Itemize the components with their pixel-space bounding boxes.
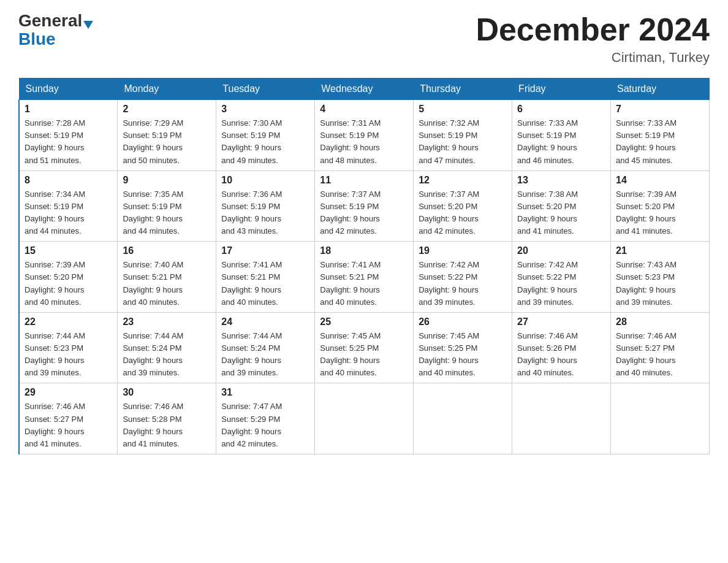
day-number: 25 — [320, 316, 408, 327]
day-info: Sunrise: 7:34 AM Sunset: 5:19 PM Dayligh… — [25, 188, 112, 238]
month-title: December 2024 — [476, 12, 710, 47]
calendar-header-row: Sunday Monday Tuesday Wednesday Thursday… — [19, 79, 710, 100]
table-row: 2 Sunrise: 7:29 AM Sunset: 5:19 PM Dayli… — [118, 100, 216, 171]
table-row: 31 Sunrise: 7:47 AM Sunset: 5:29 PM Dayl… — [216, 383, 315, 454]
table-row — [315, 383, 414, 454]
calendar-week-row: 1 Sunrise: 7:28 AM Sunset: 5:19 PM Dayli… — [19, 100, 710, 171]
day-info: Sunrise: 7:45 AM Sunset: 5:25 PM Dayligh… — [320, 330, 408, 380]
header-saturday: Saturday — [611, 79, 710, 100]
header-sunday: Sunday — [19, 79, 118, 100]
day-number: 15 — [25, 245, 112, 256]
day-info: Sunrise: 7:39 AM Sunset: 5:20 PM Dayligh… — [616, 188, 704, 238]
calendar-week-row: 29 Sunrise: 7:46 AM Sunset: 5:27 PM Dayl… — [19, 383, 710, 454]
day-number: 21 — [616, 245, 704, 256]
calendar-week-row: 22 Sunrise: 7:44 AM Sunset: 5:23 PM Dayl… — [19, 312, 710, 383]
day-info: Sunrise: 7:38 AM Sunset: 5:20 PM Dayligh… — [517, 188, 605, 238]
table-row: 15 Sunrise: 7:39 AM Sunset: 5:20 PM Dayl… — [19, 242, 118, 313]
table-row: 22 Sunrise: 7:44 AM Sunset: 5:23 PM Dayl… — [19, 312, 118, 383]
table-row: 25 Sunrise: 7:45 AM Sunset: 5:25 PM Dayl… — [315, 312, 414, 383]
day-info: Sunrise: 7:42 AM Sunset: 5:22 PM Dayligh… — [517, 259, 605, 308]
table-row: 23 Sunrise: 7:44 AM Sunset: 5:24 PM Dayl… — [118, 312, 216, 383]
calendar-week-row: 8 Sunrise: 7:34 AM Sunset: 5:19 PM Dayli… — [19, 170, 710, 242]
table-row: 13 Sunrise: 7:38 AM Sunset: 5:20 PM Dayl… — [512, 170, 611, 242]
table-row: 9 Sunrise: 7:35 AM Sunset: 5:19 PM Dayli… — [118, 170, 216, 242]
day-number: 22 — [25, 316, 112, 327]
day-number: 11 — [320, 175, 408, 186]
page-header: General Blue December 2024 Cirtiman, Tur… — [18, 12, 710, 66]
day-number: 13 — [517, 175, 605, 186]
day-info: Sunrise: 7:35 AM Sunset: 5:19 PM Dayligh… — [123, 188, 211, 238]
table-row: 21 Sunrise: 7:43 AM Sunset: 5:23 PM Dayl… — [611, 242, 710, 313]
header-monday: Monday — [118, 79, 216, 100]
day-info: Sunrise: 7:45 AM Sunset: 5:25 PM Dayligh… — [419, 330, 507, 380]
header-tuesday: Tuesday — [216, 79, 315, 100]
table-row — [414, 383, 512, 454]
day-number: 5 — [419, 104, 507, 115]
table-row: 5 Sunrise: 7:32 AM Sunset: 5:19 PM Dayli… — [414, 100, 512, 171]
day-number: 14 — [616, 175, 704, 186]
title-block: December 2024 Cirtiman, Turkey — [476, 12, 710, 66]
header-thursday: Thursday — [414, 79, 512, 100]
table-row: 28 Sunrise: 7:46 AM Sunset: 5:27 PM Dayl… — [611, 312, 710, 383]
day-info: Sunrise: 7:40 AM Sunset: 5:21 PM Dayligh… — [123, 259, 211, 308]
table-row: 16 Sunrise: 7:40 AM Sunset: 5:21 PM Dayl… — [118, 242, 216, 313]
day-info: Sunrise: 7:43 AM Sunset: 5:23 PM Dayligh… — [616, 259, 704, 308]
logo-blue: Blue — [18, 31, 56, 48]
table-row: 1 Sunrise: 7:28 AM Sunset: 5:19 PM Dayli… — [19, 100, 118, 171]
day-number: 16 — [123, 245, 211, 256]
day-number: 26 — [419, 316, 507, 327]
day-number: 27 — [517, 316, 605, 327]
day-number: 12 — [419, 175, 507, 186]
logo-general: General — [18, 11, 82, 30]
day-info: Sunrise: 7:31 AM Sunset: 5:19 PM Dayligh… — [320, 117, 408, 167]
day-info: Sunrise: 7:32 AM Sunset: 5:19 PM Dayligh… — [419, 117, 507, 167]
day-info: Sunrise: 7:46 AM Sunset: 5:26 PM Dayligh… — [517, 330, 605, 380]
table-row: 29 Sunrise: 7:46 AM Sunset: 5:27 PM Dayl… — [19, 383, 118, 454]
day-number: 18 — [320, 245, 408, 256]
day-info: Sunrise: 7:33 AM Sunset: 5:19 PM Dayligh… — [616, 117, 704, 167]
day-number: 17 — [221, 245, 309, 256]
day-info: Sunrise: 7:33 AM Sunset: 5:19 PM Dayligh… — [517, 117, 605, 167]
table-row: 27 Sunrise: 7:46 AM Sunset: 5:26 PM Dayl… — [512, 312, 611, 383]
day-info: Sunrise: 7:46 AM Sunset: 5:27 PM Dayligh… — [25, 400, 112, 450]
table-row: 17 Sunrise: 7:41 AM Sunset: 5:21 PM Dayl… — [216, 242, 315, 313]
day-number: 23 — [123, 316, 211, 327]
day-info: Sunrise: 7:30 AM Sunset: 5:19 PM Dayligh… — [221, 117, 309, 167]
calendar-table: Sunday Monday Tuesday Wednesday Thursday… — [18, 78, 710, 454]
table-row: 18 Sunrise: 7:41 AM Sunset: 5:21 PM Dayl… — [315, 242, 414, 313]
table-row: 11 Sunrise: 7:37 AM Sunset: 5:19 PM Dayl… — [315, 170, 414, 242]
day-number: 2 — [123, 104, 211, 115]
table-row: 30 Sunrise: 7:46 AM Sunset: 5:28 PM Dayl… — [118, 383, 216, 454]
location: Cirtiman, Turkey — [476, 50, 710, 66]
calendar-week-row: 15 Sunrise: 7:39 AM Sunset: 5:20 PM Dayl… — [19, 242, 710, 313]
day-number: 1 — [25, 104, 112, 115]
day-info: Sunrise: 7:44 AM Sunset: 5:23 PM Dayligh… — [25, 330, 112, 380]
day-number: 3 — [221, 104, 309, 115]
day-info: Sunrise: 7:37 AM Sunset: 5:19 PM Dayligh… — [320, 188, 408, 238]
day-number: 19 — [419, 245, 507, 256]
day-info: Sunrise: 7:44 AM Sunset: 5:24 PM Dayligh… — [221, 330, 309, 380]
day-number: 4 — [320, 104, 408, 115]
day-number: 28 — [616, 316, 704, 327]
table-row: 3 Sunrise: 7:30 AM Sunset: 5:19 PM Dayli… — [216, 100, 315, 171]
day-number: 7 — [616, 104, 704, 115]
day-info: Sunrise: 7:41 AM Sunset: 5:21 PM Dayligh… — [320, 259, 408, 308]
table-row: 7 Sunrise: 7:33 AM Sunset: 5:19 PM Dayli… — [611, 100, 710, 171]
day-number: 20 — [517, 245, 605, 256]
day-info: Sunrise: 7:37 AM Sunset: 5:20 PM Dayligh… — [419, 188, 507, 238]
header-wednesday: Wednesday — [315, 79, 414, 100]
day-number: 9 — [123, 175, 211, 186]
day-number: 29 — [25, 387, 112, 398]
day-info: Sunrise: 7:29 AM Sunset: 5:19 PM Dayligh… — [123, 117, 211, 167]
day-info: Sunrise: 7:41 AM Sunset: 5:21 PM Dayligh… — [221, 259, 309, 308]
table-row: 20 Sunrise: 7:42 AM Sunset: 5:22 PM Dayl… — [512, 242, 611, 313]
table-row: 6 Sunrise: 7:33 AM Sunset: 5:19 PM Dayli… — [512, 100, 611, 171]
day-number: 24 — [221, 316, 309, 327]
header-friday: Friday — [512, 79, 611, 100]
day-info: Sunrise: 7:47 AM Sunset: 5:29 PM Dayligh… — [221, 400, 309, 450]
day-number: 10 — [221, 175, 309, 186]
table-row: 24 Sunrise: 7:44 AM Sunset: 5:24 PM Dayl… — [216, 312, 315, 383]
table-row: 4 Sunrise: 7:31 AM Sunset: 5:19 PM Dayli… — [315, 100, 414, 171]
table-row: 12 Sunrise: 7:37 AM Sunset: 5:20 PM Dayl… — [414, 170, 512, 242]
day-info: Sunrise: 7:44 AM Sunset: 5:24 PM Dayligh… — [123, 330, 211, 380]
